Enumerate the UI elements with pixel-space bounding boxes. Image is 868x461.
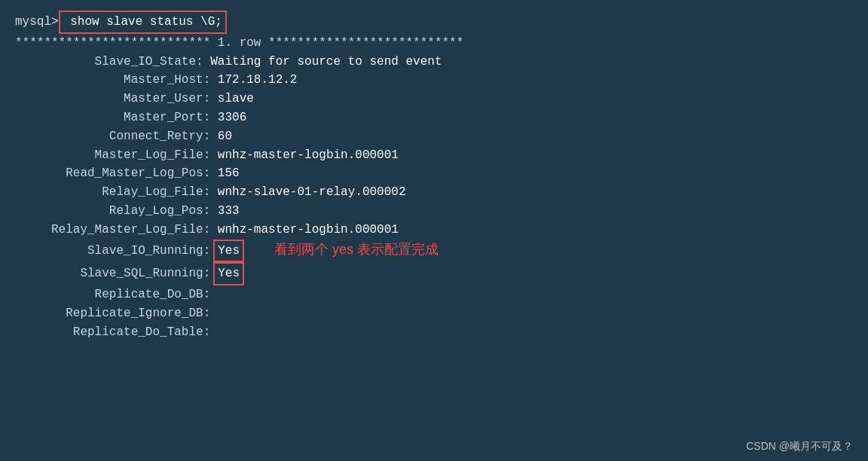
field-label: Read_Master_Log_Pos:: [15, 164, 210, 183]
field-label: Master_User:: [15, 90, 210, 108]
field-label: Master_Log_File:: [15, 146, 210, 165]
field-line: Slave_SQL_Running:Yes: [15, 262, 853, 285]
prompt: mysql>: [15, 13, 59, 32]
annotation-text: 看到两个 yes 表示配置完成: [274, 240, 439, 261]
field-line: Slave_IO_State: Waiting for source to se…: [15, 53, 853, 72]
field-label: Slave_SQL_Running:: [15, 264, 210, 283]
field-line: Replicate_Ignore_DB:: [15, 304, 853, 323]
field-value: Waiting for source to send event: [203, 53, 442, 72]
field-value: 3306: [210, 108, 246, 127]
terminal: mysql> show slave status \G; ***********…: [15, 11, 853, 450]
field-value: Yes: [213, 262, 244, 285]
fields-container: Slave_IO_State: Waiting for source to se…: [15, 53, 853, 342]
field-value: 156: [210, 164, 239, 183]
field-value: slave: [210, 90, 254, 108]
separator-text: *************************** 1. row *****…: [15, 34, 463, 53]
field-value: 333: [210, 202, 239, 221]
watermark: CSDN @曦月不可及？: [746, 440, 853, 453]
field-label: Master_Port:: [15, 108, 210, 127]
field-line: Read_Master_Log_Pos: 156: [15, 164, 853, 183]
field-label: Slave_IO_Running:: [15, 242, 210, 261]
field-line: Master_Port: 3306: [15, 108, 853, 127]
field-line: Slave_IO_Running:Yes看到两个 yes 表示配置完成: [15, 240, 853, 263]
field-label: Slave_IO_State:: [15, 53, 203, 72]
field-line: Replicate_Do_DB:: [15, 285, 853, 304]
field-label: Replicate_Ignore_DB:: [15, 304, 210, 323]
field-value: 60: [210, 127, 232, 146]
field-label: Replicate_Do_Table:: [15, 323, 210, 342]
field-value: Yes: [213, 240, 244, 263]
field-line: Master_Log_File: wnhz-master-logbin.0000…: [15, 146, 853, 165]
field-line: Relay_Log_Pos: 333: [15, 202, 853, 221]
field-label: Connect_Retry:: [15, 127, 210, 146]
field-label: Relay_Master_Log_File:: [15, 221, 210, 240]
field-line: Relay_Master_Log_File: wnhz-master-logbi…: [15, 221, 853, 240]
command-box: show slave status \G;: [59, 11, 227, 34]
field-line: Master_Host: 172.18.12.2: [15, 71, 853, 90]
field-line: Replicate_Do_Table:: [15, 323, 853, 342]
field-value: wnhz-slave-01-relay.000002: [210, 183, 405, 202]
field-label: Relay_Log_Pos:: [15, 202, 210, 221]
field-label: Replicate_Do_DB:: [15, 285, 210, 304]
field-label: Relay_Log_File:: [15, 183, 210, 202]
field-label: Master_Host:: [15, 71, 210, 90]
command-line: mysql> show slave status \G;: [15, 11, 853, 34]
field-value: wnhz-master-logbin.000001: [210, 221, 399, 240]
field-line: Master_User: slave: [15, 90, 853, 108]
field-line: Relay_Log_File: wnhz-slave-01-relay.0000…: [15, 183, 853, 202]
field-value: wnhz-master-logbin.000001: [210, 146, 399, 165]
field-value: 172.18.12.2: [210, 71, 297, 90]
field-line: Connect_Retry: 60: [15, 127, 853, 146]
separator-line: *************************** 1. row *****…: [15, 34, 853, 53]
